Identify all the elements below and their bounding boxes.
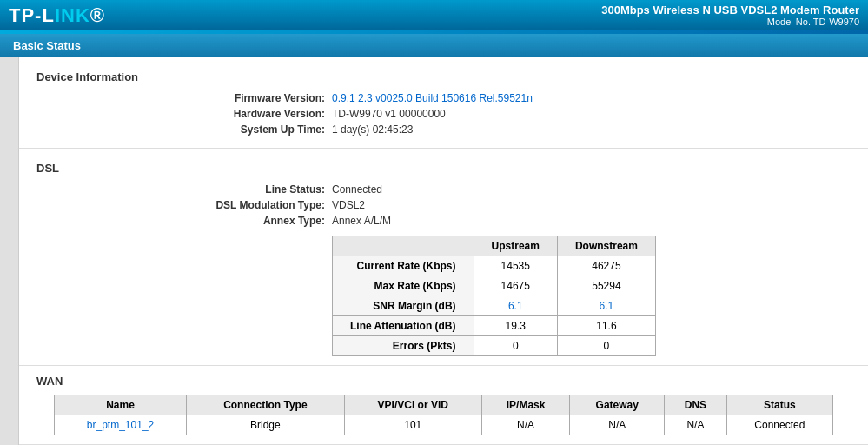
wan-column-header: Connection Type (187, 395, 345, 415)
dsl-downstream-value: 0 (557, 336, 655, 356)
modulation-row: DSL Modulation Type: VDSL2 (36, 199, 851, 211)
wan-cell: 101 (344, 415, 481, 435)
main-content: Device Information Firmware Version: 0.9… (19, 57, 868, 445)
hardware-row: Hardware Version: TD-W9970 v1 00000000 (36, 108, 851, 120)
uptime-value: 1 day(s) 02:45:23 (332, 123, 413, 136)
dsl-table-row: Errors (Pkts)00 (333, 336, 656, 356)
wan-column-header: DNS (665, 395, 727, 415)
dsl-upstream-value: 19.3 (474, 316, 557, 336)
page-title: Basic Status (13, 39, 81, 52)
wan-column-header: Gateway (570, 395, 665, 415)
dsl-upstream-value: 14675 (474, 276, 557, 296)
firmware-value: 0.9.1 2.3 v0025.0 Build 150616 Rel.59521… (332, 92, 533, 104)
modulation-label: DSL Modulation Type: (36, 199, 332, 211)
annex-label: Annex Type: (36, 215, 332, 227)
dsl-table-row: Current Rate (Kbps)1453546275 (333, 256, 656, 276)
dsl-row-label: SNR Margin (dB) (333, 296, 474, 316)
dsl-table-row: SNR Margin (dB)6.16.1 (333, 296, 656, 316)
wan-cell: N/A (570, 415, 665, 435)
wan-table-row: br_ptm_101_2Bridge101N/AN/AN/AConnected (55, 415, 833, 435)
hardware-value: TD-W9970 v1 00000000 (332, 108, 446, 120)
wan-cell: N/A (665, 415, 727, 435)
sidebar (0, 57, 19, 445)
dsl-downstream-value: 55294 (557, 276, 655, 296)
uptime-row: System Up Time: 1 day(s) 02:45:23 (36, 123, 851, 136)
annex-value: Annex A/L/M (332, 215, 391, 227)
header: TP-LINK® 300Mbps Wireless N USB VDSL2 Mo… (0, 0, 868, 30)
wan-cell: Connected (726, 415, 832, 435)
model-number: Model No. TD-W9970 (601, 17, 859, 27)
dsl-row-label: Max Rate (Kbps) (333, 276, 474, 296)
device-info-heading: Device Information (36, 70, 851, 83)
dsl-info: Line Status: Connected DSL Modulation Ty… (36, 183, 851, 227)
wan-table: NameConnection TypeVPI/VCI or VIDIP/Mask… (54, 395, 833, 435)
wan-column-header: Status (726, 395, 832, 415)
firmware-label: Firmware Version: (36, 92, 332, 104)
dsl-downstream-value: 6.1 (557, 296, 655, 316)
dsl-upstream-value: 0 (474, 336, 557, 356)
annex-row: Annex Type: Annex A/L/M (36, 215, 851, 227)
brand-logo: TP-LINK® (9, 4, 105, 27)
modulation-value: VDSL2 (332, 199, 365, 211)
dsl-upstream-value: 14535 (474, 256, 557, 276)
product-name: 300Mbps Wireless N USB VDSL2 Modem Route… (601, 3, 859, 17)
dsl-heading: DSL (36, 162, 851, 175)
wan-section: WAN NameConnection TypeVPI/VCI or VIDIP/… (19, 366, 868, 445)
dsl-table-downstream-header: Downstream (557, 236, 655, 256)
firmware-row: Firmware Version: 0.9.1 2.3 v0025.0 Buil… (36, 92, 851, 104)
wan-heading: WAN (36, 375, 851, 388)
wan-cell: N/A (481, 415, 570, 435)
dsl-downstream-value: 46275 (557, 256, 655, 276)
dsl-stats-table: Upstream Downstream Current Rate (Kbps)1… (332, 236, 656, 356)
line-status-row: Line Status: Connected (36, 183, 851, 196)
dsl-row-label: Line Attenuation (dB) (333, 316, 474, 336)
wan-cell: Bridge (187, 415, 345, 435)
dsl-upstream-value: 6.1 (474, 296, 557, 316)
dsl-row-label: Current Rate (Kbps) (333, 256, 474, 276)
layout: Device Information Firmware Version: 0.9… (0, 57, 868, 445)
dsl-downstream-value: 11.6 (557, 316, 655, 336)
device-info-section: Device Information Firmware Version: 0.9… (19, 57, 868, 149)
section-title-bar: Basic Status (0, 34, 868, 57)
uptime-label: System Up Time: (36, 123, 332, 136)
product-info: 300Mbps Wireless N USB VDSL2 Modem Route… (601, 3, 859, 27)
dsl-row-label: Errors (Pkts) (333, 336, 474, 356)
wan-column-header: IP/Mask (481, 395, 570, 415)
dsl-table-row: Line Attenuation (dB)19.311.6 (333, 316, 656, 336)
wan-column-header: VPI/VCI or VID (344, 395, 481, 415)
dsl-table-empty-header (333, 236, 474, 256)
hardware-label: Hardware Version: (36, 108, 332, 120)
dsl-table-row: Max Rate (Kbps)1467555294 (333, 276, 656, 296)
dsl-section: DSL Line Status: Connected DSL Modulatio… (19, 149, 868, 366)
wan-cell: br_ptm_101_2 (55, 415, 187, 435)
line-status-label: Line Status: (36, 183, 332, 196)
dsl-table-upstream-header: Upstream (474, 236, 557, 256)
wan-column-header: Name (55, 395, 187, 415)
line-status-value: Connected (332, 183, 382, 196)
